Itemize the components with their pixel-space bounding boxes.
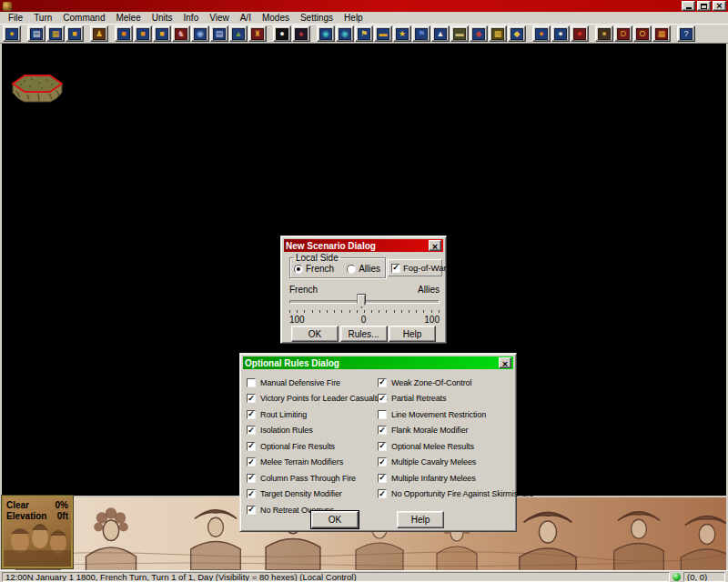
- new-scenario-dialog-titlebar[interactable]: New Scenario Dialog: [284, 239, 443, 252]
- checkbox-checked[interactable]: ✓: [247, 489, 256, 498]
- wheel-button[interactable]: ●: [595, 25, 613, 42]
- checkbox-unchecked[interactable]: [247, 378, 256, 387]
- visibility-button[interactable]: ●: [273, 25, 291, 42]
- hex-grid-button[interactable]: ▦: [489, 25, 507, 42]
- ammo-button[interactable]: ●: [532, 25, 551, 42]
- slider-tick: [409, 310, 410, 313]
- help-button[interactable]: Help: [397, 511, 444, 528]
- marker-flag-button[interactable]: ⚑: [355, 25, 373, 42]
- radio-option-french[interactable]: French: [294, 264, 334, 274]
- rule-weak-zone-of-control: ✓Weak Zone-Of-Control: [378, 375, 533, 391]
- menu-item-turn[interactable]: Turn: [28, 13, 57, 23]
- terrain-view-button[interactable]: ▲: [229, 25, 248, 42]
- status-text-panel: 12:00N January 1 1800, French Turn, Turn…: [2, 572, 670, 582]
- menu-item-units[interactable]: Units: [147, 13, 178, 23]
- slider-tick: [297, 310, 298, 313]
- menu-item-info[interactable]: Info: [178, 13, 205, 23]
- organization-button[interactable]: ◉: [191, 25, 209, 42]
- minimize-button[interactable]: [682, 1, 695, 11]
- divisions-button[interactable]: ♠: [292, 25, 310, 42]
- menu-item-a-i[interactable]: A/I: [235, 13, 257, 23]
- toolbar: ●▤▦■♟■■■♞◉▤▲♜●♠◉◉⚑▬★⚑▲▬◆▦◆●●●●DO▦?: [0, 24, 728, 44]
- help-button[interactable]: Help: [389, 326, 436, 342]
- save-scenario-button[interactable]: ■: [66, 25, 84, 42]
- checkbox-checked[interactable]: ✓: [378, 378, 387, 387]
- highlight-button[interactable]: ▬: [374, 25, 392, 42]
- slider-tick: [371, 310, 372, 313]
- objectives-button[interactable]: ▤: [210, 25, 228, 42]
- explosion-icon: ●: [573, 28, 586, 40]
- rule-label: Victory Points for Leader Casualties: [260, 394, 387, 403]
- checkbox-checked[interactable]: ✓: [247, 457, 256, 467]
- menu-item-command[interactable]: Command: [57, 13, 110, 23]
- slider-tick: [379, 310, 379, 313]
- victory-star-button[interactable]: ★: [393, 25, 411, 42]
- terrain-label: Clear: [6, 500, 29, 511]
- stacking-button[interactable]: ◆: [508, 25, 526, 42]
- close-button[interactable]: [499, 357, 511, 368]
- map-overview-button[interactable]: ●: [3, 25, 21, 42]
- rule-label: Partial Retreats: [391, 394, 446, 403]
- optional-rules-dialog-titlebar[interactable]: Optional Rules Dialog: [243, 356, 513, 369]
- balance-slider-thumb[interactable]: [357, 294, 366, 308]
- ok-button[interactable]: OK: [311, 511, 359, 528]
- rule-no-opportunity-fire-against-skirmishers: ✓No Opportunity Fire Against Skirmishers: [378, 487, 533, 503]
- restore-button[interactable]: [697, 1, 711, 11]
- objective-o-button[interactable]: O: [633, 25, 652, 42]
- organization-icon: ◉: [194, 28, 207, 40]
- next-phase-button[interactable]: ■: [134, 25, 152, 42]
- rule-label: Column Pass Through Fire: [260, 474, 356, 483]
- checkbox-checked[interactable]: ✓: [378, 442, 387, 451]
- menu-item-melee[interactable]: Melee: [110, 13, 146, 23]
- roster-button[interactable]: ▦: [652, 25, 671, 42]
- canister-button[interactable]: ●: [551, 25, 570, 42]
- checkbox-checked[interactable]: ✓: [378, 394, 387, 403]
- rule-partial-retreats: ✓Partial Retreats: [378, 391, 533, 407]
- units-view-button[interactable]: ♜: [248, 25, 267, 42]
- checkbox-checked[interactable]: ✓: [378, 474, 387, 483]
- quality-b-button[interactable]: ◉: [336, 25, 354, 42]
- explosion-button[interactable]: ●: [571, 25, 589, 42]
- find-leader-button[interactable]: ♟: [90, 25, 108, 42]
- open-scenario-button[interactable]: ▦: [46, 25, 65, 42]
- leader-view-button[interactable]: ♞: [172, 25, 190, 42]
- new-scenario-button[interactable]: ▤: [27, 25, 46, 42]
- ok-button[interactable]: OK: [291, 326, 339, 342]
- help-button[interactable]: ?: [677, 25, 695, 42]
- menu-item-modes[interactable]: Modes: [257, 13, 295, 23]
- prev-phase-button[interactable]: ■: [115, 25, 133, 42]
- checkbox-checked[interactable]: ✓: [247, 426, 256, 435]
- checkbox-checked[interactable]: ✓: [378, 457, 387, 467]
- supply-button[interactable]: ▬: [450, 25, 469, 42]
- menu-item-settings[interactable]: Settings: [295, 13, 339, 23]
- fog-of-war-checkbox[interactable]: ✓: [391, 264, 400, 273]
- checkbox-checked[interactable]: ✓: [247, 394, 256, 403]
- checkbox-checked[interactable]: ✓: [378, 426, 387, 435]
- local-side-groupbox: Local Side FrenchAllies: [289, 253, 386, 278]
- close-button[interactable]: [429, 240, 441, 251]
- fog-of-war-frame[interactable]: ✓ Fog-of-War: [388, 259, 442, 276]
- checkbox-checked[interactable]: ✓: [378, 489, 387, 498]
- window-titlebar[interactable]: [0, 0, 728, 12]
- elevation-button[interactable]: ▲: [431, 25, 450, 42]
- checkbox-checked[interactable]: ✓: [247, 506, 256, 515]
- checkbox-checked[interactable]: ✓: [247, 474, 256, 483]
- close-button[interactable]: [713, 1, 726, 11]
- checkbox-checked[interactable]: ✓: [247, 442, 256, 451]
- radio-option-allies[interactable]: Allies: [347, 264, 380, 274]
- terrain-value: 0%: [56, 500, 68, 511]
- rule-label: Multiple Cavalry Melees: [391, 457, 476, 467]
- menu-item-file[interactable]: File: [3, 13, 28, 23]
- defend-button[interactable]: D: [614, 25, 632, 42]
- rules-button[interactable]: Rules...: [340, 326, 388, 342]
- checkbox-checked[interactable]: ✓: [247, 410, 256, 419]
- menu-item-help[interactable]: Help: [339, 13, 369, 23]
- flags-button[interactable]: ⚑: [412, 25, 430, 42]
- rule-melee-terrain-modifiers: ✓Melee Terrain Modifiers: [247, 455, 387, 471]
- command-radius-button[interactable]: ◆: [470, 25, 488, 42]
- hot-spot-button[interactable]: ■: [153, 25, 171, 42]
- clear-terrain-hex[interactable]: [11, 73, 64, 111]
- quality-a-button[interactable]: ◉: [317, 25, 335, 42]
- checkbox-unchecked[interactable]: [378, 410, 387, 419]
- menu-item-view[interactable]: View: [204, 13, 235, 23]
